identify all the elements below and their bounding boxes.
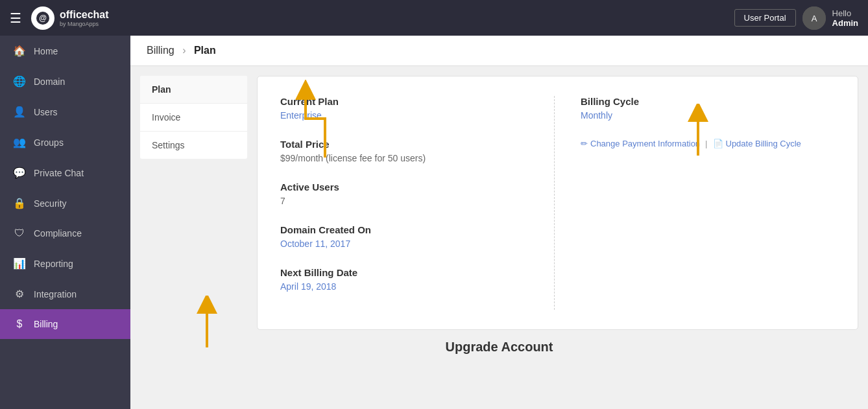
logo-circle: @ xyxy=(31,6,54,30)
sidebar-label-billing: Billing xyxy=(34,319,58,329)
sidebar-item-integration[interactable]: ⚙Integration xyxy=(0,279,130,309)
avatar: A xyxy=(802,6,826,30)
sub-nav-plan[interactable]: Plan xyxy=(140,76,247,104)
arrow-update xyxy=(679,104,717,162)
sidebar: 🏠Home🌐Domain👤Users👥Groups💬Private Chat🔒S… xyxy=(0,36,130,409)
field-value: $99/month (license fee for 50 users) xyxy=(280,153,535,163)
sidebar-label-home: Home xyxy=(34,46,58,56)
sidebar-item-users[interactable]: 👤Users xyxy=(0,97,130,127)
reporting-icon: 📊 xyxy=(13,257,26,270)
header-left: ☰ @ officechat by MangoApps xyxy=(10,6,109,30)
users-icon: 👤 xyxy=(13,106,26,118)
sub-nav-invoice[interactable]: Invoice xyxy=(140,104,247,132)
sub-nav: PlanInvoiceSettings xyxy=(140,76,247,159)
breadcrumb-current: Plan xyxy=(194,45,216,56)
field-label: Current Plan xyxy=(280,96,535,107)
integration-icon: ⚙ xyxy=(13,288,26,300)
sidebar-label-domain: Domain xyxy=(34,76,65,87)
plan-left: Current PlanEnterpriseTotal Price$99/mon… xyxy=(280,96,555,310)
sidebar-label-compliance: Compliance xyxy=(34,228,82,239)
billing-icon: $ xyxy=(13,318,26,330)
update-billing-link[interactable]: 📄 Update Billing Cycle xyxy=(713,139,801,148)
main-layout: 🏠Home🌐Domain👤Users👥Groups💬Private Chat🔒S… xyxy=(0,36,868,409)
sidebar-item-compliance[interactable]: 🛡Compliance xyxy=(0,218,130,248)
plan-field-domain-created-on: Domain Created OnOctober 11, 2017 xyxy=(280,224,535,249)
sidebar-label-security: Security xyxy=(34,198,67,209)
breadcrumb-separator: › xyxy=(182,45,186,56)
logo-sub: by MangoApps xyxy=(60,21,109,27)
content-body: PlanInvoiceSettings Current PlanEnterpri… xyxy=(130,66,868,340)
field-value: April 19, 2018 xyxy=(280,281,535,292)
hamburger-icon[interactable]: ☰ xyxy=(10,10,21,26)
field-label: Next Billing Date xyxy=(280,267,535,278)
plan-columns: Current PlanEnterpriseTotal Price$99/mon… xyxy=(280,96,835,310)
home-icon: 🏠 xyxy=(13,45,26,57)
breadcrumb: Billing › Plan xyxy=(130,36,868,66)
plan-card: Current PlanEnterpriseTotal Price$99/mon… xyxy=(257,76,858,330)
plan-field-total-price: Total Price$99/month (license fee for 50… xyxy=(280,139,535,163)
field-value: October 11, 2017 xyxy=(280,239,535,249)
header-right: User Portal A Hello Admin xyxy=(734,6,858,30)
content-area: Billing › Plan PlanInvoiceSettings Curre… xyxy=(130,36,868,409)
plan-field-next-billing-date: Next Billing DateApril 19, 2018 xyxy=(280,267,535,292)
security-icon: 🔒 xyxy=(13,197,26,209)
sidebar-item-private-chat[interactable]: 💬Private Chat xyxy=(0,158,130,188)
upgrade-section: Upgrade Account xyxy=(140,340,858,355)
sidebar-item-domain[interactable]: 🌐Domain xyxy=(0,66,130,97)
sidebar-label-reporting: Reporting xyxy=(34,259,73,269)
sidebar-item-groups[interactable]: 👥Groups xyxy=(0,127,130,158)
user-greeting: Hello Admin xyxy=(832,8,858,28)
user-portal-button[interactable]: User Portal xyxy=(734,9,796,27)
sidebar-item-reporting[interactable]: 📊Reporting xyxy=(0,248,130,279)
upgrade-title: Upgrade Account xyxy=(140,340,858,355)
sidebar-label-private-chat: Private Chat xyxy=(34,168,84,178)
sidebar-item-security[interactable]: 🔒Security xyxy=(0,188,130,218)
sidebar-item-home[interactable]: 🏠Home xyxy=(0,36,130,66)
field-label: Active Users xyxy=(280,181,535,193)
groups-icon: 👥 xyxy=(13,136,26,148)
sidebar-label-integration: Integration xyxy=(34,289,77,299)
private-chat-icon: 💬 xyxy=(13,167,26,179)
svg-text:A: A xyxy=(811,14,817,23)
pencil-icon: ✏ xyxy=(581,139,588,148)
top-header: ☰ @ officechat by MangoApps User Portal … xyxy=(0,0,868,36)
logo: @ officechat by MangoApps xyxy=(31,6,109,30)
logo-text: officechat xyxy=(60,9,109,20)
field-label: Total Price xyxy=(280,139,535,150)
field-value: Enterprise xyxy=(280,110,535,121)
sidebar-label-groups: Groups xyxy=(34,137,64,148)
field-value: 7 xyxy=(280,196,535,206)
domain-icon: 🌐 xyxy=(13,75,26,88)
sub-nav-settings[interactable]: Settings xyxy=(140,132,247,159)
sidebar-label-users: Users xyxy=(34,107,58,117)
compliance-icon: 🛡 xyxy=(13,228,26,239)
breadcrumb-parent: Billing xyxy=(147,45,175,56)
plan-field-current-plan: Current PlanEnterprise xyxy=(280,96,535,121)
plan-field-active-users: Active Users7 xyxy=(280,181,535,206)
sidebar-item-billing[interactable]: $Billing xyxy=(0,309,130,339)
svg-text:@: @ xyxy=(39,14,47,23)
field-label: Domain Created On xyxy=(280,224,535,235)
